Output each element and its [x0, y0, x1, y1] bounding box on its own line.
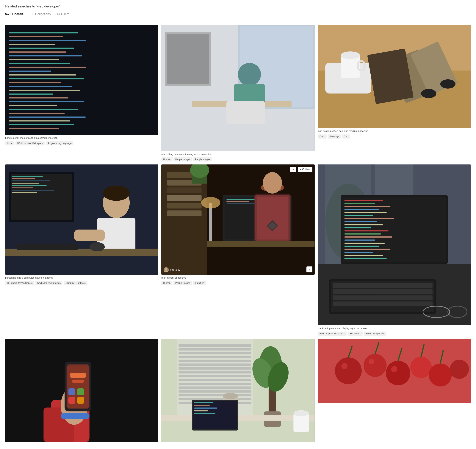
download-button-5[interactable]: ↓	[306, 266, 312, 272]
tag[interactable]: Human	[161, 157, 172, 162]
photo-visual-4	[5, 164, 158, 275]
svg-rect-21	[9, 109, 78, 110]
photo-overlay-5: ♥ + Collect	[290, 167, 312, 172]
tab-users[interactable]: 14 Users	[56, 12, 69, 17]
svg-rect-109	[344, 206, 390, 207]
svg-point-193	[368, 359, 374, 364]
like-button-5[interactable]: ♥	[290, 167, 296, 172]
photo-image-2[interactable]	[161, 25, 314, 151]
photo-card-1: Long colorful lines of code on a compute…	[5, 25, 158, 162]
tag[interactable]: HD Computer Wallpapers	[318, 331, 347, 336]
svg-rect-160	[179, 394, 251, 396]
svg-rect-112	[344, 215, 373, 216]
collect-button-5[interactable]: + Collect	[298, 167, 312, 172]
photo-card-9	[318, 339, 471, 443]
tag[interactable]: Drink	[318, 135, 327, 139]
tab-collections[interactable]: 102 Collections	[28, 12, 51, 17]
related-searches-text: Related searches to "web developer"	[5, 5, 471, 8]
svg-rect-23	[9, 117, 86, 118]
svg-point-183	[386, 361, 410, 385]
photo-image-8[interactable]	[161, 339, 314, 442]
photo-image-3[interactable]	[318, 25, 471, 128]
svg-point-181	[335, 357, 362, 384]
svg-rect-0	[5, 25, 158, 135]
photo-title-2: man sitting on armchair using laptop com…	[161, 152, 314, 156]
svg-rect-152	[179, 364, 251, 366]
tag[interactable]: HD Computer Wallpapers	[16, 141, 45, 146]
svg-rect-120	[344, 239, 375, 241]
photo-image-4[interactable]	[5, 164, 158, 275]
photo-image-5[interactable]: ♥ + Collect Per Lööv ↓	[161, 164, 314, 275]
svg-rect-25	[9, 124, 74, 125]
tag[interactable]: Programming Language	[46, 141, 74, 146]
svg-rect-174	[194, 405, 210, 406]
svg-rect-56	[12, 187, 33, 188]
photo-card-8	[161, 339, 314, 443]
svg-point-85	[263, 172, 282, 194]
svg-rect-62	[74, 230, 105, 241]
photo-image-7[interactable]	[5, 339, 158, 442]
tag[interactable]: HD PC Wallpapers	[364, 331, 386, 336]
svg-rect-147	[179, 344, 251, 347]
tag[interactable]: Electronics	[348, 331, 363, 336]
tab-users-count: 14	[57, 12, 60, 16]
tag[interactable]: People Images	[173, 281, 192, 285]
tab-collections-count: 102	[29, 12, 34, 16]
svg-rect-102	[333, 289, 432, 294]
tabs-row: 6.7k Photos 102 Collections 14 Users	[5, 12, 471, 19]
photo-image-6[interactable]	[318, 164, 471, 325]
tag[interactable]: Beverage	[328, 135, 341, 139]
photo-title-6: black laptop computer displaying brown s…	[318, 327, 471, 330]
tag[interactable]: Human	[161, 281, 172, 285]
photo-card-5: ♥ + Collect Per Lööv ↓ man in front of d…	[161, 164, 314, 336]
svg-rect-22	[9, 113, 65, 114]
svg-rect-176	[194, 410, 208, 411]
tag[interactable]: HD Computer Wallpapers	[5, 281, 34, 285]
tab-photos-count: 6.7k	[5, 12, 11, 16]
svg-rect-173	[194, 402, 214, 403]
photo-title-1: Long colorful lines of code on a compute…	[5, 136, 158, 140]
user-name-5: Per Lööv	[170, 269, 180, 271]
svg-rect-119	[344, 236, 392, 238]
photo-tags-1: Code HD Computer Wallpapers Programming …	[5, 141, 158, 146]
svg-point-184	[410, 357, 432, 378]
tag[interactable]: People Images	[173, 157, 192, 162]
svg-rect-16	[9, 90, 80, 91]
photo-tags-5: Human People Images Furniture	[161, 281, 314, 285]
photo-image-1[interactable]	[5, 25, 158, 135]
svg-rect-123	[344, 249, 390, 250]
svg-rect-175	[194, 408, 217, 409]
svg-rect-54	[12, 183, 39, 184]
photo-user-5: Per Lööv	[164, 267, 180, 272]
svg-rect-70	[167, 187, 202, 193]
svg-rect-101	[333, 283, 432, 288]
photo-visual-7	[5, 339, 158, 442]
photo-title-3: man holding coffee mug and reading magaz…	[318, 129, 471, 133]
tag[interactable]: Code	[5, 141, 14, 146]
photo-image-9[interactable]	[318, 339, 471, 403]
tag[interactable]: Cup	[342, 135, 350, 139]
svg-rect-5	[9, 48, 74, 49]
svg-rect-142	[77, 388, 84, 395]
svg-rect-14	[9, 82, 61, 83]
svg-rect-143	[68, 397, 75, 404]
svg-rect-157	[179, 383, 251, 385]
tab-photos-label: Photos	[12, 12, 23, 16]
svg-point-192	[341, 363, 347, 369]
tab-photos[interactable]: 6.7k Photos	[5, 12, 23, 17]
svg-rect-116	[344, 227, 371, 228]
svg-rect-117	[344, 230, 388, 231]
photo-grid: Long colorful lines of code on a compute…	[5, 25, 471, 443]
tab-users-label: Users	[61, 12, 69, 16]
photo-visual-3	[318, 25, 471, 128]
photo-card-6: black laptop computer displaying brown s…	[318, 164, 471, 336]
tag[interactable]: People Images	[193, 157, 212, 162]
svg-rect-73	[167, 210, 202, 216]
tag[interactable]: Computer Hardware	[64, 281, 87, 285]
tag[interactable]: Keyboard Backgrounds	[35, 281, 62, 285]
svg-rect-124	[344, 252, 373, 253]
svg-rect-122	[344, 246, 379, 247]
svg-rect-15	[9, 86, 72, 87]
photo-tags-6: HD Computer Wallpapers Electronics HD PC…	[318, 331, 471, 336]
tag[interactable]: Furniture	[193, 281, 206, 285]
